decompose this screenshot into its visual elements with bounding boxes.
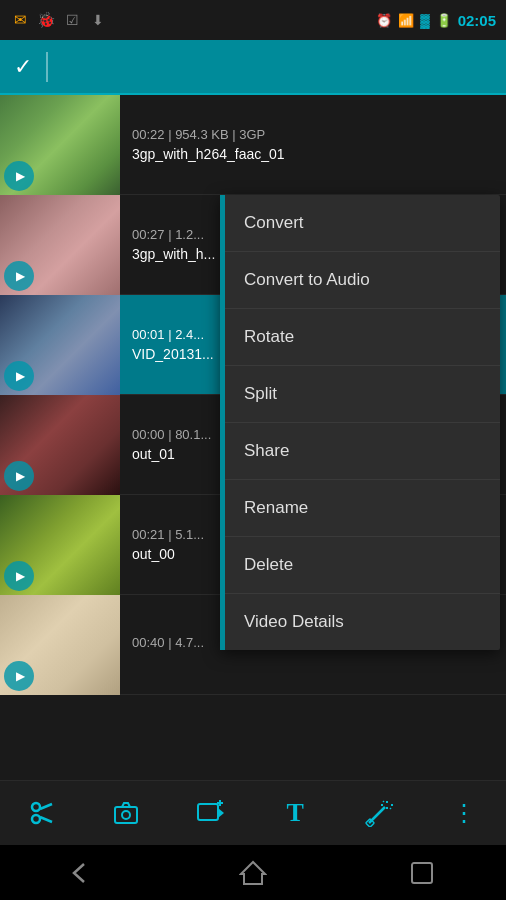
play-icon: ▶ (16, 569, 25, 583)
svg-point-1 (32, 815, 40, 823)
svg-line-3 (40, 817, 52, 822)
play-button: ▶ (4, 161, 34, 191)
play-button: ▶ (4, 361, 34, 391)
svg-line-17 (390, 808, 391, 809)
bug-icon: 🐞 (36, 12, 56, 28)
play-button: ▶ (4, 461, 34, 491)
download-icon: ⬇ (88, 12, 108, 28)
svg-rect-19 (412, 863, 432, 883)
video-info: 00:22 | 954.3 KB | 3GP 3gp_with_h264_faa… (120, 117, 506, 172)
play-button: ▶ (4, 261, 34, 291)
video-thumbnail: ▶ (0, 95, 120, 195)
svg-rect-6 (198, 804, 218, 820)
status-bar: ✉ 🐞 ☑ ⬇ ⏰ 📶 ▓ 🔋 02:05 (0, 0, 506, 40)
context-menu-rename[interactable]: Rename (220, 480, 500, 537)
svg-point-0 (32, 803, 40, 811)
svg-line-16 (383, 801, 384, 802)
recent-button[interactable] (392, 853, 452, 893)
camera-button[interactable] (102, 789, 150, 837)
action-bar: ✓ (0, 40, 506, 95)
bottom-toolbar: T ⋮ (0, 780, 506, 845)
list-item[interactable]: ▶ 00:22 | 954.3 KB | 3GP 3gp_with_h264_f… (0, 95, 506, 195)
context-menu-share[interactable]: Share (220, 423, 500, 480)
video-meta: 00:22 | 954.3 KB | 3GP (132, 127, 494, 142)
play-button: ▶ (4, 561, 34, 591)
wifi-icon: 📶 (398, 13, 414, 28)
play-icon: ▶ (16, 169, 25, 183)
status-time: 02:05 (458, 12, 496, 29)
play-icon: ▶ (16, 369, 25, 383)
video-thumbnail: ▶ (0, 295, 120, 395)
add-video-button[interactable] (187, 789, 235, 837)
envelope-icon: ✉ (10, 12, 30, 28)
status-right: ⏰ 📶 ▓ 🔋 02:05 (376, 12, 496, 29)
video-thumbnail: ▶ (0, 495, 120, 595)
signal-icon: ▓ (420, 13, 429, 28)
play-icon: ▶ (16, 469, 25, 483)
scissors-button[interactable] (18, 789, 66, 837)
context-menu-convert[interactable]: Convert (220, 195, 500, 252)
svg-point-5 (122, 811, 130, 819)
text-icon: T (286, 798, 303, 828)
context-menu-delete[interactable]: Delete (220, 537, 500, 594)
home-button[interactable] (223, 853, 283, 893)
video-thumbnail: ▶ (0, 595, 120, 695)
checkbox-icon: ☑ (62, 12, 82, 28)
nav-bar (0, 845, 506, 900)
video-list: ▶ 00:22 | 954.3 KB | 3GP 3gp_with_h264_f… (0, 95, 506, 780)
svg-marker-18 (241, 862, 265, 884)
svg-marker-7 (218, 808, 224, 818)
context-menu: Convert Convert to Audio Rotate Split Sh… (220, 195, 500, 650)
more-button[interactable]: ⋮ (440, 789, 488, 837)
context-menu-accent (220, 195, 225, 650)
svg-line-2 (40, 804, 52, 809)
alarm-icon: ⏰ (376, 13, 392, 28)
video-thumbnail: ▶ (0, 395, 120, 495)
context-menu-rotate[interactable]: Rotate (220, 309, 500, 366)
checkmark-icon[interactable]: ✓ (14, 54, 32, 80)
text-button[interactable]: T (271, 789, 319, 837)
context-menu-convert-audio[interactable]: Convert to Audio (220, 252, 500, 309)
magic-button[interactable] (355, 789, 403, 837)
video-thumbnail: ▶ (0, 195, 120, 295)
action-bar-divider (46, 52, 48, 82)
battery-icon: 🔋 (436, 13, 452, 28)
more-icon: ⋮ (452, 801, 476, 825)
svg-rect-4 (115, 807, 137, 823)
status-icons: ✉ 🐞 ☑ ⬇ (10, 12, 108, 28)
context-menu-split[interactable]: Split (220, 366, 500, 423)
video-name: 3gp_with_h264_faac_01 (132, 146, 494, 162)
play-icon: ▶ (16, 269, 25, 283)
play-button: ▶ (4, 661, 34, 691)
context-menu-video-details[interactable]: Video Details (220, 594, 500, 650)
back-button[interactable] (54, 853, 114, 893)
play-icon: ▶ (16, 669, 25, 683)
